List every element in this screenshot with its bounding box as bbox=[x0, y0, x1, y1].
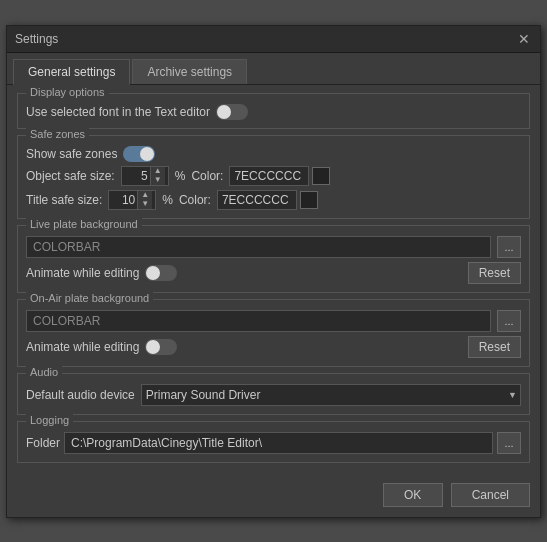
live-plate-input[interactable] bbox=[26, 236, 491, 258]
live-plate-group: Live plate background ... Animate while … bbox=[17, 225, 530, 293]
title-safe-input[interactable] bbox=[109, 193, 137, 207]
display-options-group: Display options Use selected font in the… bbox=[17, 93, 530, 129]
folder-label: Folder bbox=[26, 436, 60, 450]
onair-reset-button[interactable]: Reset bbox=[468, 336, 521, 358]
object-color-input[interactable] bbox=[229, 166, 309, 186]
live-animate-toggle[interactable] bbox=[145, 265, 177, 281]
object-pct: % bbox=[175, 169, 186, 183]
live-plate-browse-button[interactable]: ... bbox=[497, 236, 521, 258]
settings-content: Display options Use selected font in the… bbox=[7, 85, 540, 477]
toggle-knob bbox=[217, 105, 231, 119]
title-safe-spinbox[interactable]: ▲ ▼ bbox=[108, 190, 156, 210]
logging-folder-row: Folder ... bbox=[26, 432, 521, 454]
onair-plate-input[interactable] bbox=[26, 310, 491, 332]
title-color-label: Color: bbox=[179, 193, 211, 207]
dialog-title: Settings bbox=[15, 32, 58, 46]
audio-device-label: Default audio device bbox=[26, 388, 135, 402]
object-color-box bbox=[229, 166, 330, 186]
safe-zones-label: Safe zones bbox=[26, 128, 89, 140]
onair-plate-group: On-Air plate background ... Animate whil… bbox=[17, 299, 530, 367]
audio-device-row: Default audio device Primary Sound Drive… bbox=[26, 384, 521, 406]
tab-archive[interactable]: Archive settings bbox=[132, 59, 247, 84]
object-color-swatch[interactable] bbox=[312, 167, 330, 185]
title-pct: % bbox=[162, 193, 173, 207]
title-bar: Settings ✕ bbox=[7, 26, 540, 53]
show-toggle-knob bbox=[140, 147, 154, 161]
bottom-buttons: OK Cancel bbox=[7, 477, 540, 517]
show-safe-zones-toggle[interactable] bbox=[123, 146, 155, 162]
logging-label: Logging bbox=[26, 414, 73, 426]
live-animate-row: Animate while editing Reset bbox=[26, 262, 521, 284]
title-color-box bbox=[217, 190, 318, 210]
onair-plate-input-row: ... bbox=[26, 310, 521, 332]
object-color-label: Color: bbox=[191, 169, 223, 183]
use-font-label: Use selected font in the Text editor bbox=[26, 105, 210, 119]
onair-animate-toggle[interactable] bbox=[145, 339, 177, 355]
display-options-label: Display options bbox=[26, 86, 109, 98]
title-safe-row: Title safe size: ▲ ▼ % Color: bbox=[26, 190, 521, 210]
audio-device-select[interactable]: Primary Sound DriverDefault Device bbox=[141, 384, 521, 406]
object-safe-row: Object safe size: ▲ ▼ % Color: bbox=[26, 166, 521, 186]
live-plate-input-row: ... bbox=[26, 236, 521, 258]
title-color-swatch[interactable] bbox=[300, 191, 318, 209]
onair-animate-label: Animate while editing bbox=[26, 340, 139, 354]
logging-group: Logging Folder ... bbox=[17, 421, 530, 463]
live-reset-button[interactable]: Reset bbox=[468, 262, 521, 284]
settings-dialog: Settings ✕ General settings Archive sett… bbox=[6, 25, 541, 518]
audio-group: Audio Default audio device Primary Sound… bbox=[17, 373, 530, 415]
object-safe-down[interactable]: ▼ bbox=[151, 176, 165, 185]
show-safe-zones-label: Show safe zones bbox=[26, 147, 117, 161]
title-color-input[interactable] bbox=[217, 190, 297, 210]
audio-label: Audio bbox=[26, 366, 62, 378]
onair-plate-browse-button[interactable]: ... bbox=[497, 310, 521, 332]
onair-plate-label: On-Air plate background bbox=[26, 292, 153, 304]
ok-button[interactable]: OK bbox=[383, 483, 443, 507]
cancel-button[interactable]: Cancel bbox=[451, 483, 530, 507]
live-toggle-knob bbox=[146, 266, 160, 280]
close-button[interactable]: ✕ bbox=[516, 31, 532, 47]
object-safe-arrows: ▲ ▼ bbox=[150, 167, 165, 185]
tab-general[interactable]: General settings bbox=[13, 59, 130, 85]
safe-zones-group: Safe zones Show safe zones Object safe s… bbox=[17, 135, 530, 219]
onair-animate-row: Animate while editing Reset bbox=[26, 336, 521, 358]
folder-input[interactable] bbox=[64, 432, 493, 454]
object-safe-label: Object safe size: bbox=[26, 169, 115, 183]
live-animate-label: Animate while editing bbox=[26, 266, 139, 280]
onair-toggle-knob bbox=[146, 340, 160, 354]
object-safe-input[interactable] bbox=[122, 169, 150, 183]
live-plate-label: Live plate background bbox=[26, 218, 142, 230]
folder-browse-button[interactable]: ... bbox=[497, 432, 521, 454]
audio-device-select-wrap: Primary Sound DriverDefault Device bbox=[141, 384, 521, 406]
show-safe-zones-row: Show safe zones bbox=[26, 146, 521, 162]
title-safe-label: Title safe size: bbox=[26, 193, 102, 207]
object-safe-spinbox[interactable]: ▲ ▼ bbox=[121, 166, 169, 186]
title-safe-down[interactable]: ▼ bbox=[138, 200, 152, 209]
use-font-toggle[interactable] bbox=[216, 104, 248, 120]
tab-bar: General settings Archive settings bbox=[7, 53, 540, 85]
title-safe-arrows: ▲ ▼ bbox=[137, 191, 152, 209]
use-font-row: Use selected font in the Text editor bbox=[26, 104, 521, 120]
